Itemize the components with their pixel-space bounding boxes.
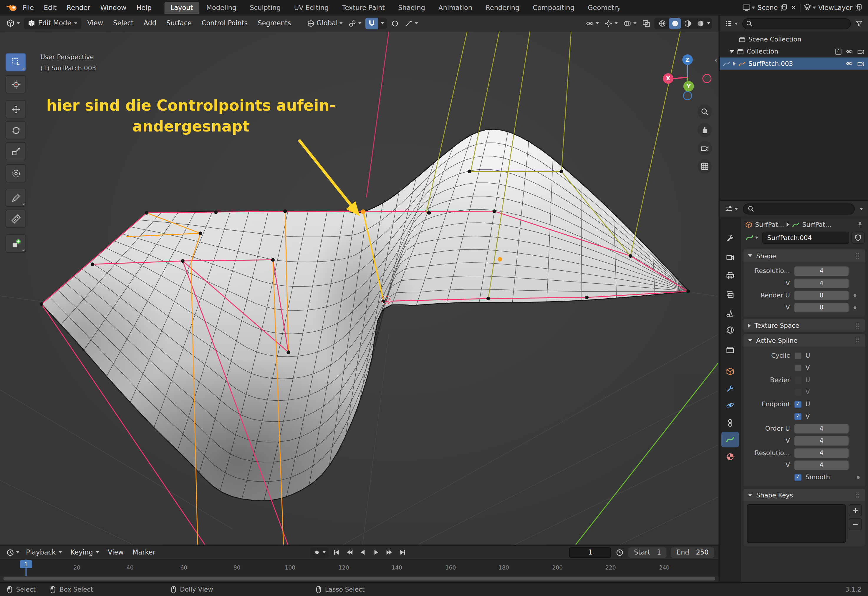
menu-help[interactable]: Help — [131, 2, 156, 13]
properties-filter-button[interactable] — [858, 207, 865, 211]
view-layer-selector[interactable]: ViewLayer — [803, 3, 862, 12]
render-u-field[interactable]: 0 — [794, 291, 849, 300]
drag-dots-icon[interactable] — [854, 491, 861, 499]
menu-select[interactable]: Select — [109, 18, 138, 29]
end-frame-field[interactable]: End250 — [671, 547, 714, 558]
outliner-row-surfpatch[interactable]: SurfPatch.003 — [720, 58, 868, 69]
hide-eye-icon[interactable] — [845, 48, 853, 55]
playhead-frame-label[interactable]: 1 — [20, 560, 32, 568]
next-keyframe-button[interactable] — [383, 547, 395, 558]
timeline-scrollbar[interactable] — [0, 576, 719, 581]
tab-uv-editing[interactable]: UV Editing — [288, 1, 335, 13]
breadcrumb-item[interactable]: SurfPat... — [755, 221, 784, 228]
gizmo-negative-z-ball[interactable] — [683, 91, 692, 100]
resolution-u-field[interactable]: 4 — [794, 266, 849, 276]
auto-keying-button[interactable] — [311, 547, 328, 558]
spline-resolution-u-field[interactable]: 4 — [794, 448, 849, 457]
sidebar-collapse-arrow[interactable]: ‹ — [714, 56, 717, 64]
props-tab-physics[interactable] — [722, 397, 739, 413]
shape-keys-list[interactable] — [747, 504, 846, 543]
editor-type-button[interactable] — [4, 18, 22, 29]
props-tab-world[interactable] — [722, 322, 739, 338]
properties-search-input[interactable] — [743, 203, 855, 214]
shading-material-button[interactable] — [681, 18, 694, 28]
panel-shape-header[interactable]: Shape — [744, 249, 865, 262]
outliner-row-collection[interactable]: Collection — [720, 45, 868, 58]
props-tab-tool[interactable] — [722, 231, 739, 246]
scene-selector[interactable]: Scene — [742, 3, 797, 12]
checkbox-endpoint-v[interactable] — [794, 413, 801, 420]
previous-keyframe-button[interactable] — [344, 547, 355, 558]
tab-layout[interactable]: Layout — [164, 1, 199, 13]
current-frame-field[interactable]: 1 — [569, 547, 611, 558]
outliner-editor-type-button[interactable] — [723, 18, 739, 29]
show-object-types-button[interactable] — [584, 18, 601, 28]
mode-select[interactable]: Edit Mode — [24, 17, 81, 29]
animate-dot[interactable] — [853, 294, 856, 297]
xray-toggle-button[interactable] — [640, 18, 652, 28]
show-overlays-button[interactable] — [621, 18, 638, 28]
tab-rendering[interactable]: Rendering — [480, 1, 526, 13]
panel-texture-space-header[interactable]: Texture Space — [744, 319, 865, 332]
snap-toggle-button[interactable] — [365, 17, 378, 29]
timeline-ruler[interactable]: 20 40 60 80 100 120 140 160 180 200 220 … — [0, 559, 719, 576]
timeline-playhead[interactable]: 1 — [25, 559, 27, 576]
camera-visibility-icon[interactable] — [857, 48, 865, 55]
checkbox-cyclic-v[interactable] — [794, 364, 801, 371]
tool-transform[interactable] — [6, 164, 26, 182]
snapped-control-point[interactable] — [361, 209, 365, 214]
drag-dots-icon[interactable] — [854, 322, 861, 329]
pin-icon[interactable] — [856, 221, 864, 228]
ortho-toggle-button[interactable] — [698, 159, 712, 174]
checkbox-endpoint-u[interactable] — [794, 401, 801, 408]
3d-scene-canvas[interactable]: hier sind die Controlpoints aufein- ande… — [0, 31, 719, 544]
add-shape-key-button[interactable] — [849, 504, 862, 516]
snap-settings-button[interactable] — [378, 17, 387, 29]
gizmo-negative-x-ball[interactable] — [703, 74, 711, 83]
navigation-gizmo[interactable]: Z X Y — [663, 55, 711, 100]
zoom-view-button[interactable] — [698, 105, 712, 119]
menu-control-points[interactable]: Control Points — [198, 18, 252, 29]
checkbox-bezier-v[interactable] — [794, 388, 801, 395]
play-reverse-button[interactable] — [357, 547, 368, 558]
menu-add[interactable]: Add — [140, 18, 160, 29]
3d-viewport[interactable]: hier sind die Controlpoints aufein- ande… — [0, 31, 719, 544]
jump-to-start-button[interactable] — [330, 547, 342, 558]
pan-view-button[interactable] — [698, 122, 712, 137]
breadcrumb-item[interactable]: SurfPat... — [802, 221, 831, 228]
checkbox-smooth[interactable] — [794, 474, 801, 481]
collection-checkbox[interactable] — [835, 48, 841, 55]
shading-solid-button[interactable] — [669, 18, 681, 28]
props-tab-material[interactable] — [722, 449, 739, 465]
tab-compositing[interactable]: Compositing — [527, 1, 581, 13]
tool-cursor[interactable] — [6, 75, 26, 94]
play-button[interactable] — [370, 547, 382, 558]
resolution-v-field[interactable]: 4 — [794, 278, 849, 288]
tab-geometry-nodes[interactable]: Geometry Noc — [581, 1, 619, 13]
new-scene-icon[interactable] — [780, 3, 788, 11]
disclosure-triangle-icon[interactable] — [730, 50, 734, 53]
order-u-field[interactable]: 4 — [794, 424, 849, 433]
camera-visibility-icon[interactable] — [857, 60, 865, 67]
jump-to-end-button[interactable] — [396, 547, 408, 558]
props-tab-collection[interactable] — [722, 342, 739, 358]
shading-rendered-button[interactable] — [694, 18, 706, 28]
fake-user-shield-button[interactable] — [852, 232, 865, 243]
panel-shape-keys-header[interactable]: Shape Keys — [744, 488, 865, 501]
preview-range-clock-icon[interactable] — [616, 548, 624, 556]
panel-active-spline-header[interactable]: Active Spline — [744, 334, 865, 347]
tab-sculpting[interactable]: Sculpting — [244, 1, 287, 13]
props-tab-object-data[interactable] — [722, 432, 739, 447]
props-tab-object[interactable] — [722, 364, 739, 379]
props-tab-constraints[interactable] — [722, 415, 739, 431]
checkbox-cyclic-u[interactable] — [794, 352, 801, 359]
properties-editor-type-button[interactable] — [723, 204, 739, 214]
camera-view-button[interactable] — [698, 141, 712, 155]
green-control-edge[interactable] — [576, 363, 718, 544]
menu-view[interactable]: View — [83, 18, 107, 29]
tool-rotate[interactable] — [6, 121, 26, 139]
props-tab-view-layer[interactable] — [722, 287, 739, 302]
spline-resolution-v-field[interactable]: 4 — [794, 460, 849, 470]
menu-surface[interactable]: Surface — [163, 18, 195, 29]
new-view-layer-icon[interactable] — [855, 3, 862, 11]
